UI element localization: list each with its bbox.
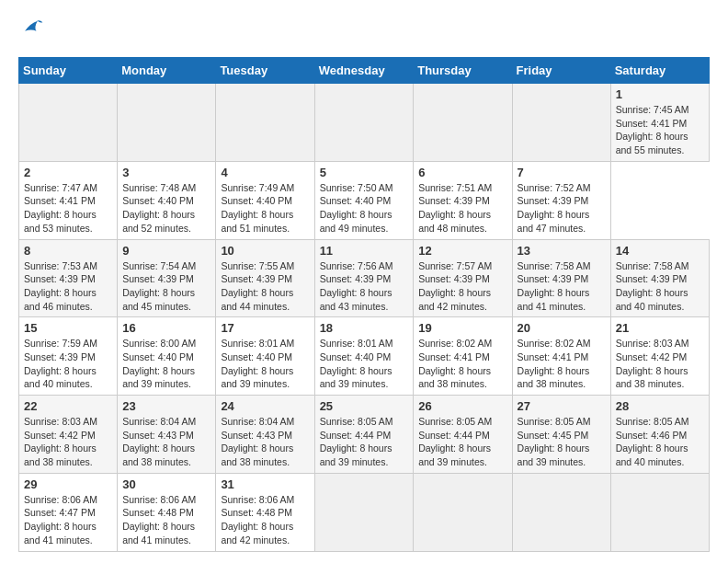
day-info: Sunrise: 8:03 AMSunset: 4:42 PMDaylight:… [24,415,112,469]
calendar-cell: 10Sunrise: 7:55 AMSunset: 4:39 PMDayligh… [216,239,314,317]
day-number: 26 [418,399,506,413]
day-info: Sunrise: 8:00 AMSunset: 4:40 PMDaylight:… [122,337,210,391]
calendar-cell: 2Sunrise: 7:47 AMSunset: 4:41 PMDaylight… [19,161,118,239]
day-number: 5 [320,166,409,179]
day-number: 4 [221,166,309,179]
calendar-cell: 27Sunrise: 8:05 AMSunset: 4:45 PMDayligh… [512,396,610,474]
calendar-cell [19,84,118,162]
col-header-thursday: Thursday [414,58,512,84]
day-info: Sunrise: 7:54 AMSunset: 4:39 PMDaylight:… [122,259,210,314]
week-row: 15Sunrise: 7:59 AMSunset: 4:39 PMDayligh… [19,317,710,396]
week-row: 22Sunrise: 8:03 AMSunset: 4:42 PMDayligh… [19,396,710,474]
day-info: Sunrise: 8:02 AMSunset: 4:41 PMDaylight:… [418,337,506,391]
calendar-cell: 26Sunrise: 8:05 AMSunset: 4:44 PMDayligh… [414,396,512,474]
calendar-cell: 20Sunrise: 8:02 AMSunset: 4:41 PMDayligh… [512,317,610,396]
day-number: 1 [616,87,704,101]
day-info: Sunrise: 8:06 AMSunset: 4:48 PMDaylight:… [122,493,210,547]
calendar-cell: 19Sunrise: 8:02 AMSunset: 4:41 PMDayligh… [414,317,512,396]
calendar-cell: 21Sunrise: 8:03 AMSunset: 4:42 PMDayligh… [610,317,709,396]
calendar-cell [118,84,216,162]
calendar-cell: 11Sunrise: 7:56 AMSunset: 4:39 PMDayligh… [314,239,414,317]
calendar-cell: 13Sunrise: 7:58 AMSunset: 4:39 PMDayligh… [512,239,610,317]
day-number: 13 [518,244,606,258]
calendar-cell: 14Sunrise: 7:58 AMSunset: 4:39 PMDayligh… [610,239,709,317]
day-info: Sunrise: 7:53 AMSunset: 4:39 PMDaylight:… [24,259,112,314]
day-number: 21 [616,321,704,335]
day-info: Sunrise: 8:05 AMSunset: 4:44 PMDaylight:… [320,415,409,469]
day-info: Sunrise: 7:58 AMSunset: 4:39 PMDaylight:… [518,259,606,314]
day-number: 31 [221,477,309,491]
calendar-cell: 17Sunrise: 8:01 AMSunset: 4:40 PMDayligh… [216,317,314,396]
calendar-cell: 12Sunrise: 7:57 AMSunset: 4:39 PMDayligh… [414,239,512,317]
calendar-cell: 3Sunrise: 7:48 AMSunset: 4:40 PMDaylight… [118,161,216,239]
calendar-cell: 1Sunrise: 7:45 AMSunset: 4:41 PMDaylight… [610,84,709,162]
day-number: 6 [418,166,506,179]
day-info: Sunrise: 7:47 AMSunset: 4:41 PMDaylight:… [24,181,112,236]
week-row: 1Sunrise: 7:45 AMSunset: 4:41 PMDaylight… [19,84,710,162]
day-number: 15 [24,321,112,335]
col-header-sunday: Sunday [19,58,118,84]
calendar-cell: 24Sunrise: 8:04 AMSunset: 4:43 PMDayligh… [216,396,314,474]
day-number: 3 [122,166,210,179]
page-header [18,18,710,42]
calendar-cell [414,473,512,551]
calendar-cell: 16Sunrise: 8:00 AMSunset: 4:40 PMDayligh… [118,317,216,396]
day-number: 17 [221,321,309,335]
calendar-cell: 9Sunrise: 7:54 AMSunset: 4:39 PMDaylight… [118,239,216,317]
day-info: Sunrise: 7:45 AMSunset: 4:41 PMDaylight:… [616,103,704,157]
day-info: Sunrise: 8:04 AMSunset: 4:43 PMDaylight:… [122,415,210,469]
calendar-cell: 31Sunrise: 8:06 AMSunset: 4:48 PMDayligh… [216,473,314,551]
day-info: Sunrise: 8:02 AMSunset: 4:41 PMDaylight:… [518,337,606,391]
calendar-cell [216,84,314,162]
day-number: 18 [320,321,409,335]
day-info: Sunrise: 8:01 AMSunset: 4:40 PMDaylight:… [320,337,409,391]
day-number: 27 [518,399,606,413]
calendar-cell: 18Sunrise: 8:01 AMSunset: 4:40 PMDayligh… [314,317,414,396]
week-row: 2Sunrise: 7:47 AMSunset: 4:41 PMDaylight… [19,161,710,239]
day-number: 2 [24,166,112,179]
day-info: Sunrise: 7:49 AMSunset: 4:40 PMDaylight:… [221,181,309,236]
day-number: 29 [24,477,112,491]
day-number: 14 [616,244,704,258]
day-info: Sunrise: 7:48 AMSunset: 4:40 PMDaylight:… [122,181,210,236]
day-number: 23 [122,399,210,413]
day-number: 8 [24,244,112,258]
day-number: 19 [418,321,506,335]
day-info: Sunrise: 7:56 AMSunset: 4:39 PMDaylight:… [320,259,409,314]
day-info: Sunrise: 8:01 AMSunset: 4:40 PMDaylight:… [221,337,309,391]
calendar-cell: 22Sunrise: 8:03 AMSunset: 4:42 PMDayligh… [19,396,118,474]
calendar-table: SundayMondayTuesdayWednesdayThursdayFrid… [18,57,710,552]
day-number: 30 [122,477,210,491]
calendar-cell: 7Sunrise: 7:52 AMSunset: 4:39 PMDaylight… [512,161,610,239]
calendar-cell: 4Sunrise: 7:49 AMSunset: 4:40 PMDaylight… [216,161,314,239]
day-info: Sunrise: 8:05 AMSunset: 4:45 PMDaylight:… [518,415,606,469]
calendar-cell: 23Sunrise: 8:04 AMSunset: 4:43 PMDayligh… [118,396,216,474]
calendar-cell: 15Sunrise: 7:59 AMSunset: 4:39 PMDayligh… [19,317,118,396]
day-number: 7 [518,166,606,179]
day-info: Sunrise: 7:55 AMSunset: 4:39 PMDaylight:… [221,259,309,314]
calendar-cell [414,84,512,162]
calendar-cell: 30Sunrise: 8:06 AMSunset: 4:48 PMDayligh… [118,473,216,551]
col-header-friday: Friday [512,58,610,84]
week-row: 8Sunrise: 7:53 AMSunset: 4:39 PMDaylight… [19,239,710,317]
calendar-cell [610,473,709,551]
day-number: 12 [418,244,506,258]
calendar-cell: 25Sunrise: 8:05 AMSunset: 4:44 PMDayligh… [314,396,414,474]
day-info: Sunrise: 7:59 AMSunset: 4:39 PMDaylight:… [24,337,112,391]
day-info: Sunrise: 7:51 AMSunset: 4:39 PMDaylight:… [418,181,506,236]
calendar-cell: 6Sunrise: 7:51 AMSunset: 4:39 PMDaylight… [414,161,512,239]
day-info: Sunrise: 8:06 AMSunset: 4:47 PMDaylight:… [24,493,112,547]
col-header-monday: Monday [118,58,216,84]
day-info: Sunrise: 8:03 AMSunset: 4:42 PMDaylight:… [616,337,704,391]
day-info: Sunrise: 7:58 AMSunset: 4:39 PMDaylight:… [616,259,704,314]
calendar-cell: 29Sunrise: 8:06 AMSunset: 4:47 PMDayligh… [19,473,118,551]
day-info: Sunrise: 8:06 AMSunset: 4:48 PMDaylight:… [221,493,309,547]
day-number: 22 [24,399,112,413]
calendar-cell: 28Sunrise: 8:05 AMSunset: 4:46 PMDayligh… [610,396,709,474]
day-info: Sunrise: 8:05 AMSunset: 4:44 PMDaylight:… [418,415,506,469]
calendar-cell: 8Sunrise: 7:53 AMSunset: 4:39 PMDaylight… [19,239,118,317]
day-number: 9 [122,244,210,258]
col-header-tuesday: Tuesday [216,58,314,84]
week-row: 29Sunrise: 8:06 AMSunset: 4:47 PMDayligh… [19,473,710,551]
day-info: Sunrise: 8:04 AMSunset: 4:43 PMDaylight:… [221,415,309,469]
